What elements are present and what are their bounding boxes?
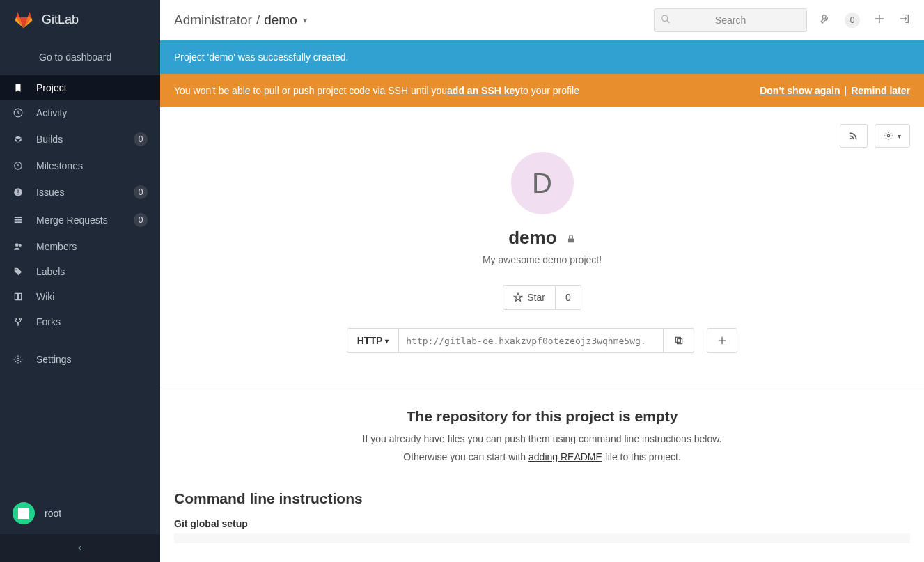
sidebar-item-labels[interactable]: Labels	[0, 259, 160, 284]
sidebar-item-label: Settings	[36, 354, 148, 365]
sidebar-item-merge-requests[interactable]: Merge Requests 0	[0, 206, 160, 234]
brand-text: GitLab	[42, 13, 79, 27]
svg-rect-27	[675, 337, 680, 342]
breadcrumb[interactable]: Administrator / demo ▾	[174, 13, 307, 28]
sidebar-item-issues[interactable]: Issues 0	[0, 178, 160, 206]
svg-rect-12	[15, 217, 22, 218]
star-icon	[513, 292, 523, 302]
sidebar-item-label: Issues	[36, 187, 121, 198]
builds-count-badge: 0	[134, 132, 148, 146]
remind-later-link[interactable]: Remind later	[851, 85, 910, 96]
alert-text-post: to your profile	[520, 85, 579, 96]
gear-icon	[884, 131, 893, 141]
breadcrumb-project: demo	[264, 13, 297, 28]
search-input[interactable]	[654, 8, 807, 32]
svg-rect-11	[17, 194, 18, 194]
main: Administrator / demo ▾ 0	[160, 0, 924, 562]
svg-point-17	[15, 269, 17, 270]
search-icon	[661, 14, 671, 26]
sidebar-item-label: Merge Requests	[36, 214, 121, 226]
svg-point-24	[887, 134, 890, 137]
rss-icon	[849, 131, 859, 141]
todos-count-badge[interactable]: 0	[845, 13, 860, 28]
mr-count-badge: 0	[134, 213, 148, 227]
tasks-icon	[13, 215, 24, 225]
cli-code-block	[174, 533, 910, 543]
sidebar-item-milestones[interactable]: Milestones	[0, 153, 160, 178]
go-to-dashboard-link[interactable]: Go to dashboard	[0, 39, 160, 75]
cli-instructions-title: Command line instructions	[174, 490, 910, 507]
cli-git-setup-heading: Git global setup	[174, 518, 910, 529]
sidebar-item-label: Milestones	[36, 160, 148, 171]
sidebar-nav: Project Activity Builds 0 Milestones	[0, 75, 160, 372]
sidebar-item-label: Builds	[36, 134, 121, 145]
svg-point-21	[17, 358, 19, 361]
add-readme-link[interactable]: adding README	[528, 451, 602, 462]
clone-protocol-dropdown[interactable]: HTTP ▾	[347, 328, 400, 353]
divider	[160, 387, 924, 387]
users-icon	[13, 242, 24, 251]
empty-repo-line2: Otherwise you can start with adding READ…	[174, 451, 910, 462]
new-plus-icon[interactable]	[874, 13, 885, 26]
breadcrumb-sep: /	[256, 13, 260, 28]
sidebar-item-project[interactable]: Project	[0, 75, 160, 100]
plus-icon	[717, 336, 727, 345]
copy-url-button[interactable]	[664, 328, 694, 353]
sidebar-item-members[interactable]: Members	[0, 234, 160, 259]
sidebar-item-forks[interactable]: Forks	[0, 309, 160, 334]
fork-icon	[13, 317, 24, 327]
sidebar-item-label: Members	[36, 241, 148, 252]
add-ssh-key-link[interactable]: add an SSH key	[447, 85, 520, 96]
alert-success: Project 'demo' was successfully created.	[160, 40, 924, 74]
breadcrumb-owner: Administrator	[174, 13, 252, 28]
sidebar-item-wiki[interactable]: Wiki	[0, 284, 160, 309]
copy-icon	[674, 336, 684, 345]
current-user[interactable]: root	[0, 492, 160, 534]
collapse-sidebar-button[interactable]	[0, 534, 160, 562]
project-title: demo	[174, 227, 910, 249]
project-settings-dropdown[interactable]: ▾	[875, 124, 910, 148]
clone-url-input[interactable]	[399, 328, 664, 353]
exclamation-icon	[13, 187, 24, 197]
topbar: Administrator / demo ▾ 0	[160, 0, 924, 40]
svg-rect-26	[677, 339, 682, 344]
book-icon	[13, 292, 24, 302]
sidebar-item-label: Wiki	[36, 291, 148, 302]
svg-point-22	[662, 15, 668, 21]
sidebar-item-activity[interactable]: Activity	[0, 100, 160, 125]
chevron-left-icon	[77, 545, 84, 552]
cubes-icon	[13, 134, 24, 144]
create-new-dropdown[interactable]	[707, 328, 737, 353]
star-button[interactable]: Star	[503, 285, 556, 310]
project-description: My awesome demo project!	[174, 254, 910, 265]
lock-icon	[566, 234, 576, 246]
sidebar-item-settings[interactable]: Settings	[0, 347, 160, 372]
dont-show-again-link[interactable]: Don't show again	[760, 85, 840, 96]
sidebar-item-label: Labels	[36, 266, 148, 277]
svg-rect-25	[568, 238, 574, 242]
sign-out-icon[interactable]	[899, 13, 910, 26]
chevron-down-icon: ▾	[385, 337, 389, 345]
project-name: demo	[508, 227, 556, 248]
rss-button[interactable]	[840, 124, 868, 148]
svg-point-20	[17, 324, 19, 325]
chevron-down-icon: ▾	[303, 15, 307, 25]
clock-icon	[13, 161, 24, 171]
sidebar: GitLab Go to dashboard Project Activity	[0, 0, 160, 562]
cogs-icon	[13, 354, 24, 364]
alert-ssh-warning: You won't be able to pull or push projec…	[160, 74, 924, 107]
admin-wrench-icon[interactable]	[820, 13, 831, 26]
sidebar-item-label: Project	[36, 82, 148, 93]
svg-marker-3	[16, 12, 19, 17]
sidebar-item-label: Forks	[36, 316, 148, 327]
user-avatar-icon	[13, 502, 35, 524]
alert-sep: |	[845, 85, 847, 96]
empty-repo-line1: If you already have files you can push t…	[174, 433, 910, 444]
user-name: root	[45, 508, 61, 519]
sidebar-item-builds[interactable]: Builds 0	[0, 125, 160, 153]
svg-rect-10	[17, 190, 18, 194]
star-count: 0	[556, 285, 581, 310]
brand-header[interactable]: GitLab	[0, 0, 160, 39]
bookmark-icon	[13, 83, 24, 93]
svg-point-19	[19, 318, 21, 320]
